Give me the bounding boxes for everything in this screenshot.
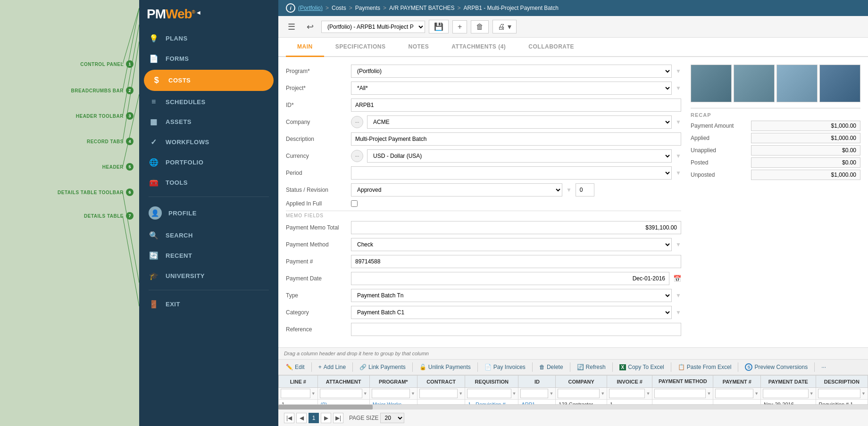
unlink-payments-button[interactable]: 🔓 Unlink Payments xyxy=(416,362,475,372)
breadcrumb-portfolio[interactable]: (Portfolio) xyxy=(298,5,323,11)
filter-company[interactable] xyxy=(558,389,600,398)
program-select[interactable]: (Portfolio) xyxy=(351,65,672,78)
prev-page-button[interactable]: ◀ xyxy=(296,413,307,423)
description-input[interactable] xyxy=(351,132,681,146)
calendar-icon[interactable]: 📅 xyxy=(673,275,681,282)
currency-ellipsis-btn[interactable]: ··· xyxy=(351,150,363,162)
type-select[interactable]: Payment Batch Tn xyxy=(351,289,672,302)
last-page-button[interactable]: ▶| xyxy=(333,413,343,423)
currency-select[interactable]: USD - Dollar (USA) xyxy=(367,149,672,163)
filter-payment-num-icon[interactable]: ▼ xyxy=(754,391,759,396)
sidebar-item-search[interactable]: 🔍 SEARCH xyxy=(139,225,278,246)
filter-company-icon[interactable]: ▼ xyxy=(601,391,605,396)
tab-collaborate[interactable]: COLLABORATE xyxy=(517,38,585,57)
sidebar-item-schedules[interactable]: ≡ SCHEDULES xyxy=(139,92,278,112)
tab-notes[interactable]: NOTES xyxy=(397,38,440,57)
sidebar-item-profile[interactable]: 👤 PROFILE xyxy=(139,201,278,225)
ann-text-4: RECORD TABS xyxy=(87,139,124,144)
sidebar-item-costs[interactable]: $ COSTS xyxy=(144,70,274,91)
refresh-button[interactable]: 🔄 Refresh xyxy=(573,362,609,372)
payment-num-input[interactable] xyxy=(351,255,681,268)
sidebar-item-forms[interactable]: 📄 FORMS xyxy=(139,49,278,69)
filter-line-icon[interactable]: ▼ xyxy=(311,391,316,396)
page-size-select[interactable]: 20 50 100 xyxy=(380,413,404,423)
edit-button[interactable]: ✏️ Edit xyxy=(282,362,309,372)
sidebar-label-costs: COSTS xyxy=(168,77,191,84)
tab-specifications[interactable]: SPECIFICATIONS xyxy=(324,38,397,57)
filter-contract[interactable] xyxy=(419,389,458,398)
current-page[interactable]: 1 xyxy=(309,413,319,423)
menu-button[interactable]: ☰ xyxy=(284,20,299,34)
table-container[interactable]: LINE # ATTACHMENT PROGRAM* CONTRACT REQU… xyxy=(278,375,868,404)
filter-payment-method[interactable] xyxy=(654,389,706,398)
sidebar-item-workflows[interactable]: ✓ WORKFLOWS xyxy=(139,132,278,152)
tab-attachments[interactable]: ATTACHMENTS (4) xyxy=(440,38,517,57)
sidebar-item-university[interactable]: 🎓 UNIVERSITY xyxy=(139,266,278,286)
filter-id[interactable] xyxy=(520,389,548,398)
filter-payment-date-icon[interactable]: ▼ xyxy=(810,391,814,396)
payment-date-input[interactable] xyxy=(351,272,669,285)
filter-payment-num[interactable] xyxy=(715,389,753,398)
delete-line-label: Delete xyxy=(547,364,563,370)
sidebar: PMWeb® ◀ 💡 PLANS 📄 FORMS $ COSTS ≡ SCHED… xyxy=(139,0,278,426)
sidebar-item-tools[interactable]: 🧰 TOOLS xyxy=(139,172,278,193)
filter-description-icon[interactable]: ▼ xyxy=(861,391,866,396)
id-input[interactable] xyxy=(351,98,681,112)
cell-description: Requisition # 1 xyxy=(816,400,868,404)
next-page-button[interactable]: ▶ xyxy=(321,413,331,423)
paste-excel-button[interactable]: 📋 Paste From Excel xyxy=(674,362,735,372)
more-options-button[interactable]: ··· xyxy=(818,362,830,372)
details-toolbar: ✏️ Edit + Add Line 🔗 Link Payments xyxy=(278,360,868,375)
filter-program-icon[interactable]: ▼ xyxy=(411,391,415,396)
category-select[interactable]: Payment Batch C1 xyxy=(351,306,672,319)
reference-input[interactable] xyxy=(351,323,681,336)
filter-attachment[interactable] xyxy=(320,389,362,398)
filter-invoice-icon[interactable]: ▼ xyxy=(646,391,650,396)
filter-invoice[interactable] xyxy=(609,389,645,398)
recap-row-unposted: Unposted $1,000.00 xyxy=(691,170,860,180)
link-payments-button[interactable]: 🔗 Link Payments xyxy=(356,362,409,372)
project-select[interactable]: *All* xyxy=(351,82,672,95)
memo-total-input[interactable] xyxy=(351,221,681,234)
delete-line-button[interactable]: 🗑 Delete xyxy=(535,362,567,372)
print-button[interactable]: 🖨 ▾ xyxy=(492,20,516,33)
delete-button[interactable]: 🗑 xyxy=(471,20,489,33)
preview-conversions-button[interactable]: S Preview Conversions xyxy=(741,361,811,373)
copy-excel-button[interactable]: X Copy To Excel xyxy=(616,362,668,372)
sidebar-label-workflows: WORKFLOWS xyxy=(166,139,209,146)
pay-invoices-icon: 📄 xyxy=(484,364,492,370)
filter-id-icon[interactable]: ▼ xyxy=(549,391,553,396)
add-button[interactable]: + xyxy=(452,20,467,33)
payment-method-select[interactable]: Check xyxy=(351,238,672,251)
tab-main[interactable]: MAIN xyxy=(286,38,324,57)
sidebar-item-plans[interactable]: 💡 PLANS xyxy=(139,28,278,49)
sidebar-item-exit[interactable]: 🚪 EXIT xyxy=(139,294,278,314)
status-select[interactable]: Approved xyxy=(351,183,562,197)
save-button[interactable]: 💾 xyxy=(429,20,449,33)
horizontal-scrollbar[interactable] xyxy=(278,404,868,409)
scrollbar-thumb[interactable] xyxy=(278,405,373,410)
filter-requisition-icon[interactable]: ▼ xyxy=(512,391,517,396)
filter-contract-icon[interactable]: ▼ xyxy=(459,391,463,396)
applied-checkbox[interactable] xyxy=(351,200,358,207)
filter-requisition[interactable] xyxy=(467,389,511,398)
filter-description[interactable] xyxy=(818,389,861,398)
filter-payment-date[interactable] xyxy=(763,389,809,398)
filter-program[interactable] xyxy=(372,389,410,398)
sidebar-item-recent[interactable]: 🔄 RECENT xyxy=(139,246,278,266)
filter-line[interactable] xyxy=(281,389,310,398)
undo-button[interactable]: ↩ xyxy=(303,20,317,34)
revision-input[interactable] xyxy=(576,183,594,197)
add-line-button[interactable]: + Add Line xyxy=(315,362,350,372)
filter-attachment-icon[interactable]: ▼ xyxy=(363,391,367,396)
sidebar-item-assets[interactable]: ▦ ASSETS xyxy=(139,112,278,132)
first-page-button[interactable]: |◀ xyxy=(284,413,294,423)
record-dropdown[interactable]: (Portfolio) - ARPB1 Multi-Project Payr..… xyxy=(321,21,425,33)
filter-payment-method-icon[interactable]: ▼ xyxy=(707,391,711,396)
company-select[interactable]: ACME xyxy=(367,115,672,129)
pay-invoices-button[interactable]: 📄 Pay Invoices xyxy=(481,362,529,372)
period-select[interactable] xyxy=(351,166,672,180)
info-icon[interactable]: i xyxy=(286,3,295,13)
company-ellipsis-btn[interactable]: ··· xyxy=(351,116,363,128)
sidebar-item-portfolio[interactable]: 🌐 PORTFOLIO xyxy=(139,152,278,172)
